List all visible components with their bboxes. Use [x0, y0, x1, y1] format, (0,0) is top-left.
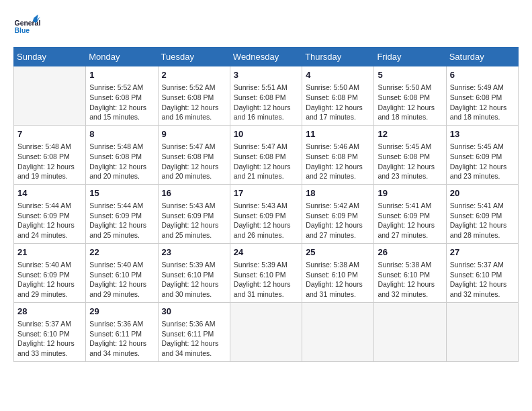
day-info: Sunrise: 5:43 AM Sunset: 6:09 PM Dayligh… [162, 201, 226, 240]
calendar-cell: 9Sunrise: 5:47 AM Sunset: 6:08 PM Daylig… [158, 125, 230, 184]
day-number: 12 [378, 128, 442, 140]
calendar-cell: 16Sunrise: 5:43 AM Sunset: 6:09 PM Dayli… [158, 184, 230, 243]
day-info: Sunrise: 5:40 AM Sunset: 6:10 PM Dayligh… [89, 260, 154, 300]
calendar-cell: 5Sunrise: 5:50 AM Sunset: 6:08 PM Daylig… [374, 66, 446, 126]
calendar-cell: 20Sunrise: 5:41 AM Sunset: 6:09 PM Dayli… [446, 184, 518, 243]
calendar-cell [302, 302, 374, 361]
calendar-cell: 22Sunrise: 5:40 AM Sunset: 6:10 PM Dayli… [86, 243, 158, 302]
day-number: 9 [162, 128, 226, 140]
day-number: 13 [450, 128, 515, 140]
calendar-cell: 25Sunrise: 5:38 AM Sunset: 6:10 PM Dayli… [302, 243, 374, 302]
day-info: Sunrise: 5:45 AM Sunset: 6:08 PM Dayligh… [378, 142, 442, 181]
day-number: 17 [234, 187, 298, 199]
day-info: Sunrise: 5:41 AM Sunset: 6:09 PM Dayligh… [450, 201, 515, 240]
day-number: 27 [450, 246, 515, 259]
calendar-cell: 24Sunrise: 5:39 AM Sunset: 6:10 PM Dayli… [230, 243, 302, 302]
day-info: Sunrise: 5:37 AM Sunset: 6:10 PM Dayligh… [17, 319, 82, 359]
week-row-3: 14Sunrise: 5:44 AM Sunset: 6:09 PM Dayli… [14, 184, 519, 243]
day-info: Sunrise: 5:49 AM Sunset: 6:08 PM Dayligh… [450, 83, 515, 122]
logo: General Blue [13, 13, 40, 40]
day-number: 6 [450, 69, 515, 81]
day-info: Sunrise: 5:42 AM Sunset: 6:09 PM Dayligh… [306, 201, 370, 240]
day-number: 21 [17, 246, 82, 259]
day-info: Sunrise: 5:50 AM Sunset: 6:08 PM Dayligh… [378, 83, 442, 122]
day-number: 1 [89, 69, 154, 81]
day-info: Sunrise: 5:43 AM Sunset: 6:09 PM Dayligh… [234, 201, 298, 240]
day-number: 11 [306, 128, 370, 140]
calendar-cell: 28Sunrise: 5:37 AM Sunset: 6:10 PM Dayli… [14, 302, 86, 361]
calendar-cell: 21Sunrise: 5:40 AM Sunset: 6:09 PM Dayli… [14, 243, 86, 302]
day-number: 22 [89, 246, 154, 259]
calendar-cell [446, 302, 518, 361]
day-number: 4 [306, 69, 370, 81]
day-info: Sunrise: 5:47 AM Sunset: 6:08 PM Dayligh… [162, 142, 226, 181]
day-info: Sunrise: 5:38 AM Sunset: 6:10 PM Dayligh… [378, 260, 442, 300]
day-number: 23 [162, 246, 226, 259]
day-info: Sunrise: 5:38 AM Sunset: 6:10 PM Dayligh… [306, 260, 370, 300]
day-info: Sunrise: 5:52 AM Sunset: 6:08 PM Dayligh… [89, 83, 154, 122]
calendar-cell: 6Sunrise: 5:49 AM Sunset: 6:08 PM Daylig… [446, 66, 518, 126]
day-info: Sunrise: 5:41 AM Sunset: 6:09 PM Dayligh… [378, 201, 442, 240]
column-header-monday: Monday [86, 48, 158, 66]
calendar-cell: 15Sunrise: 5:44 AM Sunset: 6:09 PM Dayli… [86, 184, 158, 243]
calendar-cell: 8Sunrise: 5:48 AM Sunset: 6:08 PM Daylig… [86, 125, 158, 184]
day-number: 14 [17, 187, 82, 199]
calendar-cell: 17Sunrise: 5:43 AM Sunset: 6:09 PM Dayli… [230, 184, 302, 243]
day-number: 5 [378, 69, 442, 81]
day-number: 28 [17, 306, 82, 318]
calendar-cell [14, 66, 86, 126]
calendar-cell: 30Sunrise: 5:36 AM Sunset: 6:11 PM Dayli… [158, 302, 230, 361]
day-info: Sunrise: 5:51 AM Sunset: 6:08 PM Dayligh… [234, 83, 298, 122]
day-info: Sunrise: 5:52 AM Sunset: 6:08 PM Dayligh… [162, 83, 226, 122]
day-number: 10 [234, 128, 298, 140]
calendar-cell: 27Sunrise: 5:37 AM Sunset: 6:10 PM Dayli… [446, 243, 518, 302]
day-number: 19 [378, 187, 442, 199]
day-number: 3 [234, 69, 298, 81]
column-header-friday: Friday [374, 48, 446, 66]
calendar-cell: 29Sunrise: 5:36 AM Sunset: 6:11 PM Dayli… [86, 302, 158, 361]
week-row-2: 7Sunrise: 5:48 AM Sunset: 6:08 PM Daylig… [14, 125, 519, 184]
day-number: 25 [306, 246, 370, 259]
column-header-tuesday: Tuesday [158, 48, 230, 66]
calendar-cell: 26Sunrise: 5:38 AM Sunset: 6:10 PM Dayli… [374, 243, 446, 302]
day-info: Sunrise: 5:48 AM Sunset: 6:08 PM Dayligh… [89, 142, 154, 181]
day-info: Sunrise: 5:48 AM Sunset: 6:08 PM Dayligh… [17, 142, 82, 181]
calendar-cell [230, 302, 302, 361]
day-number: 30 [162, 306, 226, 318]
calendar-cell: 23Sunrise: 5:39 AM Sunset: 6:10 PM Dayli… [158, 243, 230, 302]
calendar-cell: 3Sunrise: 5:51 AM Sunset: 6:08 PM Daylig… [230, 66, 302, 126]
week-row-1: 1Sunrise: 5:52 AM Sunset: 6:08 PM Daylig… [14, 66, 519, 126]
day-info: Sunrise: 5:39 AM Sunset: 6:10 PM Dayligh… [162, 260, 226, 300]
calendar-cell [374, 302, 446, 361]
generalblue-logo-icon: General Blue [13, 13, 40, 40]
calendar-cell: 13Sunrise: 5:45 AM Sunset: 6:09 PM Dayli… [446, 125, 518, 184]
column-header-saturday: Saturday [446, 48, 518, 66]
column-header-wednesday: Wednesday [230, 48, 302, 66]
day-number: 18 [306, 187, 370, 199]
day-info: Sunrise: 5:50 AM Sunset: 6:08 PM Dayligh… [306, 83, 370, 122]
calendar-cell: 4Sunrise: 5:50 AM Sunset: 6:08 PM Daylig… [302, 66, 374, 126]
calendar-cell: 7Sunrise: 5:48 AM Sunset: 6:08 PM Daylig… [14, 125, 86, 184]
day-info: Sunrise: 5:36 AM Sunset: 6:11 PM Dayligh… [162, 319, 226, 359]
calendar-cell: 10Sunrise: 5:47 AM Sunset: 6:08 PM Dayli… [230, 125, 302, 184]
calendar-cell: 19Sunrise: 5:41 AM Sunset: 6:09 PM Dayli… [374, 184, 446, 243]
svg-text:Blue: Blue [15, 27, 30, 34]
day-info: Sunrise: 5:45 AM Sunset: 6:09 PM Dayligh… [450, 142, 515, 181]
day-number: 24 [234, 246, 298, 259]
week-row-5: 28Sunrise: 5:37 AM Sunset: 6:10 PM Dayli… [14, 302, 519, 361]
day-number: 29 [89, 306, 154, 318]
day-info: Sunrise: 5:39 AM Sunset: 6:10 PM Dayligh… [234, 260, 298, 300]
day-info: Sunrise: 5:47 AM Sunset: 6:08 PM Dayligh… [234, 142, 298, 181]
calendar-cell: 18Sunrise: 5:42 AM Sunset: 6:09 PM Dayli… [302, 184, 374, 243]
calendar-cell: 14Sunrise: 5:44 AM Sunset: 6:09 PM Dayli… [14, 184, 86, 243]
day-info: Sunrise: 5:40 AM Sunset: 6:09 PM Dayligh… [17, 260, 82, 300]
day-info: Sunrise: 5:46 AM Sunset: 6:08 PM Dayligh… [306, 142, 370, 181]
calendar-cell: 11Sunrise: 5:46 AM Sunset: 6:08 PM Dayli… [302, 125, 374, 184]
column-header-thursday: Thursday [302, 48, 374, 66]
week-row-4: 21Sunrise: 5:40 AM Sunset: 6:09 PM Dayli… [14, 243, 519, 302]
day-number: 20 [450, 187, 515, 199]
page-header: General Blue [13, 13, 519, 40]
day-info: Sunrise: 5:44 AM Sunset: 6:09 PM Dayligh… [17, 201, 82, 240]
day-number: 15 [89, 187, 154, 199]
day-info: Sunrise: 5:44 AM Sunset: 6:09 PM Dayligh… [89, 201, 154, 240]
